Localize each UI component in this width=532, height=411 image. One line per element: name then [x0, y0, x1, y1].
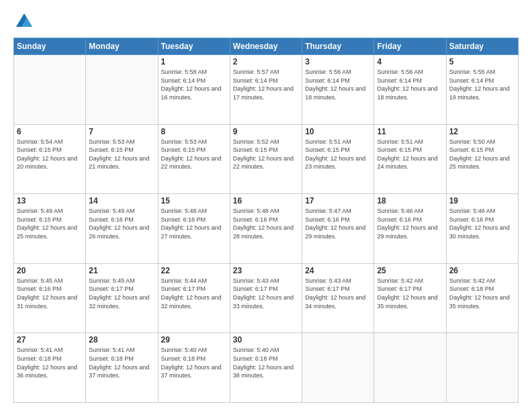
- day-info: Sunrise: 5:42 AM Sunset: 6:17 PM Dayligh…: [377, 277, 443, 310]
- day-number: 13: [17, 196, 83, 205]
- calendar-weekday-wednesday: Wednesday: [230, 38, 302, 55]
- calendar-cell: [446, 333, 518, 403]
- day-number: 12: [449, 127, 515, 136]
- calendar-cell: 27Sunrise: 5:41 AM Sunset: 6:18 PM Dayli…: [14, 333, 86, 403]
- calendar-cell: [374, 333, 446, 403]
- day-number: 11: [377, 127, 443, 136]
- calendar-week-row: 1Sunrise: 5:58 AM Sunset: 6:14 PM Daylig…: [14, 55, 519, 125]
- day-info: Sunrise: 5:46 AM Sunset: 6:16 PM Dayligh…: [377, 207, 443, 240]
- calendar-cell: 9Sunrise: 5:52 AM Sunset: 6:15 PM Daylig…: [230, 124, 302, 194]
- calendar-cell: 7Sunrise: 5:53 AM Sunset: 6:15 PM Daylig…: [86, 124, 158, 194]
- calendar-cell: 11Sunrise: 5:51 AM Sunset: 6:15 PM Dayli…: [374, 124, 446, 194]
- day-info: Sunrise: 5:42 AM Sunset: 6:18 PM Dayligh…: [449, 277, 515, 310]
- calendar-cell: 22Sunrise: 5:44 AM Sunset: 6:17 PM Dayli…: [158, 263, 230, 333]
- day-number: 8: [161, 127, 227, 136]
- day-number: 21: [89, 266, 154, 275]
- day-info: Sunrise: 5:44 AM Sunset: 6:17 PM Dayligh…: [161, 277, 227, 310]
- calendar-cell: 18Sunrise: 5:46 AM Sunset: 6:16 PM Dayli…: [374, 194, 446, 264]
- calendar-cell: 4Sunrise: 5:56 AM Sunset: 6:14 PM Daylig…: [374, 55, 446, 125]
- day-info: Sunrise: 5:57 AM Sunset: 6:14 PM Dayligh…: [233, 68, 299, 101]
- day-info: Sunrise: 5:49 AM Sunset: 6:15 PM Dayligh…: [17, 207, 83, 240]
- calendar-table: SundayMondayTuesdayWednesdayThursdayFrid…: [13, 38, 519, 403]
- logo: [13, 12, 34, 31]
- calendar-cell: 29Sunrise: 5:40 AM Sunset: 6:18 PM Dayli…: [158, 333, 230, 403]
- calendar-week-row: 27Sunrise: 5:41 AM Sunset: 6:18 PM Dayli…: [14, 333, 519, 403]
- calendar-cell: 3Sunrise: 5:56 AM Sunset: 6:14 PM Daylig…: [302, 55, 374, 125]
- day-number: 18: [377, 196, 443, 205]
- day-info: Sunrise: 5:56 AM Sunset: 6:14 PM Dayligh…: [377, 68, 443, 101]
- day-number: 9: [233, 127, 299, 136]
- day-number: 20: [17, 266, 83, 275]
- day-number: 6: [17, 127, 83, 136]
- calendar-cell: 25Sunrise: 5:42 AM Sunset: 6:17 PM Dayli…: [374, 263, 446, 333]
- day-info: Sunrise: 5:43 AM Sunset: 6:17 PM Dayligh…: [233, 277, 299, 310]
- calendar-cell: 30Sunrise: 5:40 AM Sunset: 6:18 PM Dayli…: [230, 333, 302, 403]
- day-number: 28: [89, 335, 154, 345]
- day-number: 15: [161, 196, 227, 205]
- day-info: Sunrise: 5:40 AM Sunset: 6:18 PM Dayligh…: [233, 346, 299, 379]
- day-info: Sunrise: 5:53 AM Sunset: 6:15 PM Dayligh…: [161, 138, 227, 171]
- calendar-cell: 12Sunrise: 5:50 AM Sunset: 6:15 PM Dayli…: [446, 124, 518, 194]
- day-number: 4: [377, 57, 443, 66]
- day-number: 1: [161, 57, 227, 66]
- calendar-cell: 10Sunrise: 5:51 AM Sunset: 6:15 PM Dayli…: [302, 124, 374, 194]
- calendar-week-row: 13Sunrise: 5:49 AM Sunset: 6:15 PM Dayli…: [14, 194, 519, 264]
- calendar-cell: 20Sunrise: 5:45 AM Sunset: 6:16 PM Dayli…: [14, 263, 86, 333]
- day-number: 24: [305, 266, 371, 275]
- day-number: 3: [305, 57, 371, 66]
- day-info: Sunrise: 5:49 AM Sunset: 6:16 PM Dayligh…: [89, 207, 154, 240]
- calendar-week-row: 6Sunrise: 5:54 AM Sunset: 6:15 PM Daylig…: [14, 124, 519, 194]
- calendar-weekday-monday: Monday: [86, 38, 158, 55]
- calendar-weekday-sunday: Sunday: [14, 38, 86, 55]
- day-number: 10: [305, 127, 371, 136]
- day-number: 16: [233, 196, 299, 205]
- calendar-cell: [86, 55, 158, 125]
- day-info: Sunrise: 5:53 AM Sunset: 6:15 PM Dayligh…: [89, 138, 154, 171]
- calendar-weekday-thursday: Thursday: [302, 38, 374, 55]
- day-number: 19: [449, 196, 515, 205]
- day-info: Sunrise: 5:52 AM Sunset: 6:15 PM Dayligh…: [233, 138, 299, 171]
- day-number: 26: [449, 266, 515, 275]
- day-number: 22: [161, 266, 227, 275]
- header: [13, 12, 519, 31]
- calendar-cell: 13Sunrise: 5:49 AM Sunset: 6:15 PM Dayli…: [14, 194, 86, 264]
- calendar-weekday-saturday: Saturday: [446, 38, 518, 55]
- day-info: Sunrise: 5:54 AM Sunset: 6:15 PM Dayligh…: [17, 138, 83, 171]
- calendar-header-row: SundayMondayTuesdayWednesdayThursdayFrid…: [14, 38, 519, 55]
- calendar-weekday-friday: Friday: [374, 38, 446, 55]
- day-number: 29: [161, 335, 227, 345]
- calendar-cell: [302, 333, 374, 403]
- day-number: 25: [377, 266, 443, 275]
- calendar-cell: 24Sunrise: 5:43 AM Sunset: 6:17 PM Dayli…: [302, 263, 374, 333]
- calendar-cell: 14Sunrise: 5:49 AM Sunset: 6:16 PM Dayli…: [86, 194, 158, 264]
- calendar-cell: 28Sunrise: 5:41 AM Sunset: 6:18 PM Dayli…: [86, 333, 158, 403]
- logo-icon: [15, 12, 34, 31]
- page: SundayMondayTuesdayWednesdayThursdayFrid…: [0, 0, 532, 411]
- calendar-cell: 23Sunrise: 5:43 AM Sunset: 6:17 PM Dayli…: [230, 263, 302, 333]
- day-number: 17: [305, 196, 371, 205]
- day-number: 23: [233, 266, 299, 275]
- calendar-cell: 5Sunrise: 5:55 AM Sunset: 6:14 PM Daylig…: [446, 55, 518, 125]
- calendar-cell: 15Sunrise: 5:48 AM Sunset: 6:16 PM Dayli…: [158, 194, 230, 264]
- calendar-cell: 26Sunrise: 5:42 AM Sunset: 6:18 PM Dayli…: [446, 263, 518, 333]
- day-info: Sunrise: 5:47 AM Sunset: 6:16 PM Dayligh…: [305, 207, 371, 240]
- calendar-cell: 6Sunrise: 5:54 AM Sunset: 6:15 PM Daylig…: [14, 124, 86, 194]
- calendar-week-row: 20Sunrise: 5:45 AM Sunset: 6:16 PM Dayli…: [14, 263, 519, 333]
- day-info: Sunrise: 5:45 AM Sunset: 6:16 PM Dayligh…: [17, 277, 83, 310]
- day-info: Sunrise: 5:51 AM Sunset: 6:15 PM Dayligh…: [305, 138, 371, 171]
- day-info: Sunrise: 5:56 AM Sunset: 6:14 PM Dayligh…: [305, 68, 371, 101]
- calendar-cell: 16Sunrise: 5:48 AM Sunset: 6:16 PM Dayli…: [230, 194, 302, 264]
- day-number: 27: [17, 335, 83, 345]
- calendar-cell: 1Sunrise: 5:58 AM Sunset: 6:14 PM Daylig…: [158, 55, 230, 125]
- day-info: Sunrise: 5:41 AM Sunset: 6:18 PM Dayligh…: [89, 346, 154, 379]
- calendar-cell: 21Sunrise: 5:45 AM Sunset: 6:17 PM Dayli…: [86, 263, 158, 333]
- day-number: 14: [89, 196, 154, 205]
- day-info: Sunrise: 5:43 AM Sunset: 6:17 PM Dayligh…: [305, 277, 371, 310]
- day-info: Sunrise: 5:46 AM Sunset: 6:16 PM Dayligh…: [449, 207, 515, 240]
- calendar-cell: [14, 55, 86, 125]
- day-number: 30: [233, 335, 299, 345]
- day-info: Sunrise: 5:41 AM Sunset: 6:18 PM Dayligh…: [17, 346, 83, 379]
- calendar-weekday-tuesday: Tuesday: [158, 38, 230, 55]
- day-number: 2: [233, 57, 299, 66]
- calendar-cell: 2Sunrise: 5:57 AM Sunset: 6:14 PM Daylig…: [230, 55, 302, 125]
